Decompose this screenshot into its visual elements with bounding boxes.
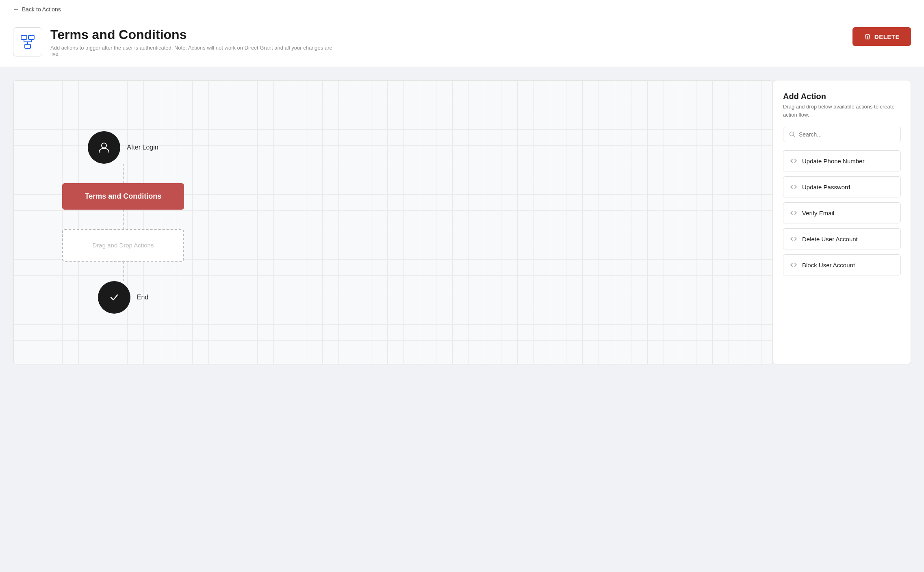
code-icon-verify-email <box>790 209 797 217</box>
end-label: End <box>137 294 148 301</box>
search-input[interactable] <box>799 131 895 138</box>
page-title: Terms and Conditions <box>50 27 335 42</box>
flow-diagram: After Login Terms and Conditions Drag an… <box>62 131 184 314</box>
svg-rect-1 <box>28 35 34 39</box>
sidebar-header: Add Action Drag and drop below available… <box>783 92 901 119</box>
terms-action-label: Terms and Conditions <box>85 192 162 200</box>
action-item-verify-email[interactable]: Verify Email <box>783 202 901 223</box>
svg-rect-2 <box>25 44 30 48</box>
code-icon-update-phone <box>790 157 797 165</box>
action-label-verify-email: Verify Email <box>802 210 834 217</box>
canvas-inner: After Login Terms and Conditions Drag an… <box>13 80 772 364</box>
canvas-card: After Login Terms and Conditions Drag an… <box>13 80 773 364</box>
top-bar: ← Back to Actions <box>0 0 924 19</box>
end-node-row: End <box>98 281 148 314</box>
check-icon <box>108 292 120 303</box>
action-item-block-user[interactable]: Block User Account <box>783 254 901 275</box>
action-label-delete-user: Delete User Account <box>802 236 858 243</box>
connector-3 <box>123 262 124 281</box>
trash-icon <box>864 33 871 40</box>
sidebar-description: Drag and drop below available actions to… <box>783 103 901 119</box>
delete-label: DELETE <box>874 33 900 40</box>
action-item-update-phone[interactable]: Update Phone Number <box>783 150 901 171</box>
svg-line-9 <box>794 136 795 137</box>
back-label: Back to Actions <box>22 6 61 13</box>
right-sidebar: Add Action Drag and drop below available… <box>773 80 911 364</box>
code-icon-update-password <box>790 183 797 191</box>
action-items-list: Update Phone Number Update Password Veri… <box>783 150 901 275</box>
sidebar-title: Add Action <box>783 92 901 101</box>
action-label-update-password: Update Password <box>802 184 850 191</box>
header-left: Terms and Conditions Add actions to trig… <box>13 27 335 57</box>
search-icon <box>789 131 796 138</box>
after-login-label: After Login <box>127 144 158 151</box>
connector-1 <box>123 164 124 183</box>
person-icon <box>97 140 111 155</box>
flow-diagram-icon <box>20 34 36 50</box>
drop-zone-label: Drag and Drop Actions <box>93 242 154 249</box>
drop-zone[interactable]: Drag and Drop Actions <box>62 229 184 262</box>
end-node <box>98 281 130 314</box>
back-to-actions-link[interactable]: ← Back to Actions <box>13 6 61 13</box>
action-label-update-phone: Update Phone Number <box>802 158 864 165</box>
main-content: After Login Terms and Conditions Drag an… <box>0 67 924 377</box>
action-item-delete-user[interactable]: Delete User Account <box>783 228 901 249</box>
flow-icon-box <box>13 27 42 56</box>
connector-2 <box>123 210 124 229</box>
header-title-block: Terms and Conditions Add actions to trig… <box>50 27 335 57</box>
after-login-node-row: After Login <box>88 131 158 164</box>
action-item-update-password[interactable]: Update Password <box>783 176 901 197</box>
svg-point-7 <box>102 143 106 148</box>
after-login-node <box>88 131 120 164</box>
page-header: Terms and Conditions Add actions to trig… <box>0 19 924 67</box>
code-icon-block-user <box>790 261 797 269</box>
page-subtitle: Add actions to trigger after the user is… <box>50 45 335 57</box>
terms-action-box[interactable]: Terms and Conditions <box>62 183 184 210</box>
back-arrow-icon: ← <box>13 6 20 13</box>
delete-button[interactable]: DELETE <box>852 27 911 46</box>
search-box <box>783 127 901 142</box>
action-label-block-user: Block User Account <box>802 262 855 269</box>
svg-rect-0 <box>21 35 27 39</box>
code-icon-delete-user <box>790 235 797 243</box>
